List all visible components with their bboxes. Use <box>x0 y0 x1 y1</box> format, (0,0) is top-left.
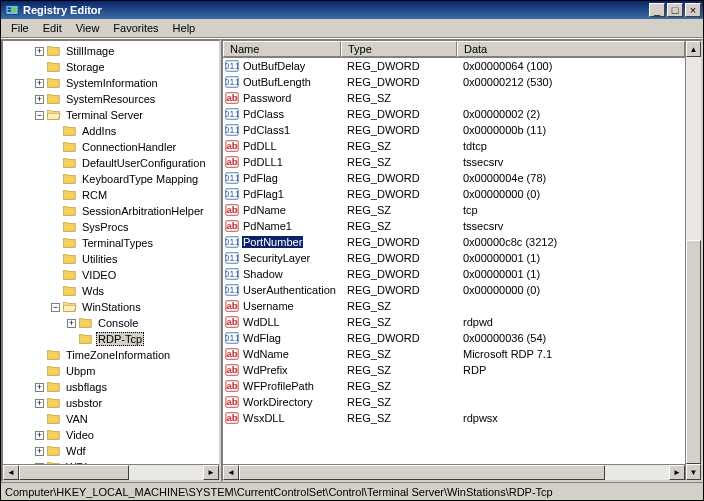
tree-item[interactable]: KeyboardType Mapping <box>3 171 219 187</box>
svg-rect-1 <box>8 7 12 9</box>
tree-item[interactable]: +Console <box>3 315 219 331</box>
tree-item[interactable]: +usbstor <box>3 395 219 411</box>
tree-item-label: SystemResources <box>64 93 157 105</box>
value-name: Username <box>242 300 295 312</box>
scroll-right-icon[interactable]: ► <box>203 465 219 480</box>
list-row[interactable]: 011WdFlagREG_DWORD0x00000036 (54) <box>223 330 685 346</box>
list-row[interactable]: 011SecurityLayerREG_DWORD0x00000001 (1) <box>223 250 685 266</box>
menu-help[interactable]: Help <box>167 20 202 36</box>
column-name[interactable]: Name <box>223 41 341 57</box>
collapse-icon[interactable]: − <box>35 111 44 120</box>
list-row[interactable]: abUsernameREG_SZ <box>223 298 685 314</box>
values-list[interactable]: 011OutBufDelayREG_DWORD0x00000064 (100)0… <box>223 58 685 464</box>
value-type: REG_DWORD <box>341 60 457 72</box>
list-row[interactable]: abPdNameREG_SZtcp <box>223 202 685 218</box>
collapse-icon[interactable]: − <box>51 303 60 312</box>
tree-item[interactable]: Wds <box>3 283 219 299</box>
tree-item[interactable]: −WinStations <box>3 299 219 315</box>
tree-item[interactable]: +Wdf <box>3 443 219 459</box>
maximize-button[interactable]: □ <box>667 3 683 17</box>
list-row[interactable]: abWsxDLLREG_SZrdpwsx <box>223 410 685 426</box>
expand-icon[interactable]: + <box>35 447 44 456</box>
list-row[interactable]: 011PortNumberREG_DWORD0x00000c8c (3212) <box>223 234 685 250</box>
list-row[interactable]: abPdDLLREG_SZtdtcp <box>223 138 685 154</box>
scroll-left-icon[interactable]: ◄ <box>223 465 239 480</box>
list-row[interactable]: abWdDLLREG_SZrdpwd <box>223 314 685 330</box>
list-row[interactable]: 011UserAuthenticationREG_DWORD0x00000000… <box>223 282 685 298</box>
value-type: REG_SZ <box>341 140 457 152</box>
expander-blank <box>51 127 60 136</box>
tree-item-label: RDP-Tcp <box>96 332 144 346</box>
list-vscrollbar[interactable]: ▲ ▼ <box>685 41 701 480</box>
column-type[interactable]: Type <box>341 41 457 57</box>
list-row[interactable]: 011OutBufLengthREG_DWORD0x00000212 (530) <box>223 74 685 90</box>
value-name: WorkDirectory <box>242 396 313 408</box>
tree-item[interactable]: DefaultUserConfiguration <box>3 155 219 171</box>
scroll-right-icon[interactable]: ► <box>669 465 685 480</box>
scroll-up-icon[interactable]: ▲ <box>686 41 701 57</box>
tree-pane: +StillImageStorage+SystemInformation+Sys… <box>1 39 221 482</box>
tree-item[interactable]: SysProcs <box>3 219 219 235</box>
list-row[interactable]: abWdPrefixREG_SZRDP <box>223 362 685 378</box>
expand-icon[interactable]: + <box>67 319 76 328</box>
binary-value-icon: 011 <box>225 331 239 345</box>
tree-item[interactable]: +StillImage <box>3 43 219 59</box>
folder-icon <box>63 157 77 169</box>
expand-icon[interactable]: + <box>35 79 44 88</box>
list-row[interactable]: abPdName1REG_SZtssecsrv <box>223 218 685 234</box>
tree-item[interactable]: VAN <box>3 411 219 427</box>
close-button[interactable]: × <box>685 3 701 17</box>
tree-item[interactable]: VIDEO <box>3 267 219 283</box>
svg-text:011: 011 <box>225 124 239 135</box>
tree-hscrollbar[interactable]: ◄ ► <box>3 464 219 480</box>
expand-icon[interactable]: + <box>35 47 44 56</box>
tree-item[interactable]: +usbflags <box>3 379 219 395</box>
expand-icon[interactable]: + <box>35 383 44 392</box>
scroll-down-icon[interactable]: ▼ <box>686 464 701 480</box>
list-row[interactable]: 011OutBufDelayREG_DWORD0x00000064 (100) <box>223 58 685 74</box>
tree-item[interactable]: +SystemResources <box>3 91 219 107</box>
list-row[interactable]: abWdNameREG_SZMicrosoft RDP 7.1 <box>223 346 685 362</box>
column-data[interactable]: Data <box>457 41 685 57</box>
list-row[interactable]: abPasswordREG_SZ <box>223 90 685 106</box>
tree-item[interactable]: AddIns <box>3 123 219 139</box>
tree-item[interactable]: RCM <box>3 187 219 203</box>
list-row[interactable]: 011PdClassREG_DWORD0x00000002 (2) <box>223 106 685 122</box>
value-data: rdpwd <box>457 316 685 328</box>
tree-item[interactable]: +Video <box>3 427 219 443</box>
menu-file[interactable]: File <box>5 20 35 36</box>
minimize-button[interactable]: _ <box>649 3 665 17</box>
menu-view[interactable]: View <box>70 20 106 36</box>
tree-item[interactable]: ConnectionHandler <box>3 139 219 155</box>
menu-edit[interactable]: Edit <box>37 20 68 36</box>
list-row[interactable]: 011PdClass1REG_DWORD0x0000000b (11) <box>223 122 685 138</box>
tree-item-label: Terminal Server <box>64 109 145 121</box>
tree-item[interactable]: Ubpm <box>3 363 219 379</box>
registry-tree[interactable]: +StillImageStorage+SystemInformation+Sys… <box>3 41 219 464</box>
tree-item[interactable]: RDP-Tcp <box>3 331 219 347</box>
binary-value-icon: 011 <box>225 267 239 281</box>
tree-item[interactable]: TerminalTypes <box>3 235 219 251</box>
list-row[interactable]: 011PdFlagREG_DWORD0x0000004e (78) <box>223 170 685 186</box>
expand-icon[interactable]: + <box>35 399 44 408</box>
svg-text:ab: ab <box>226 204 237 215</box>
tree-item[interactable]: Storage <box>3 59 219 75</box>
tree-item[interactable]: +SystemInformation <box>3 75 219 91</box>
svg-text:011: 011 <box>225 76 239 87</box>
expand-icon[interactable]: + <box>35 95 44 104</box>
list-row[interactable]: abWFProfilePathREG_SZ <box>223 378 685 394</box>
menu-favorites[interactable]: Favorites <box>107 20 164 36</box>
list-row[interactable]: 011ShadowREG_DWORD0x00000001 (1) <box>223 266 685 282</box>
tree-item-label: Video <box>64 429 96 441</box>
tree-item[interactable]: Utilities <box>3 251 219 267</box>
scroll-left-icon[interactable]: ◄ <box>3 465 19 480</box>
binary-value-icon: 011 <box>225 235 239 249</box>
list-row[interactable]: 011PdFlag1REG_DWORD0x00000000 (0) <box>223 186 685 202</box>
tree-item[interactable]: TimeZoneInformation <box>3 347 219 363</box>
list-row[interactable]: abPdDLL1REG_SZtssecsrv <box>223 154 685 170</box>
expand-icon[interactable]: + <box>35 431 44 440</box>
tree-item[interactable]: SessionArbitrationHelper <box>3 203 219 219</box>
list-hscrollbar[interactable]: ◄ ► <box>223 464 685 480</box>
tree-item[interactable]: −Terminal Server <box>3 107 219 123</box>
list-row[interactable]: abWorkDirectoryREG_SZ <box>223 394 685 410</box>
